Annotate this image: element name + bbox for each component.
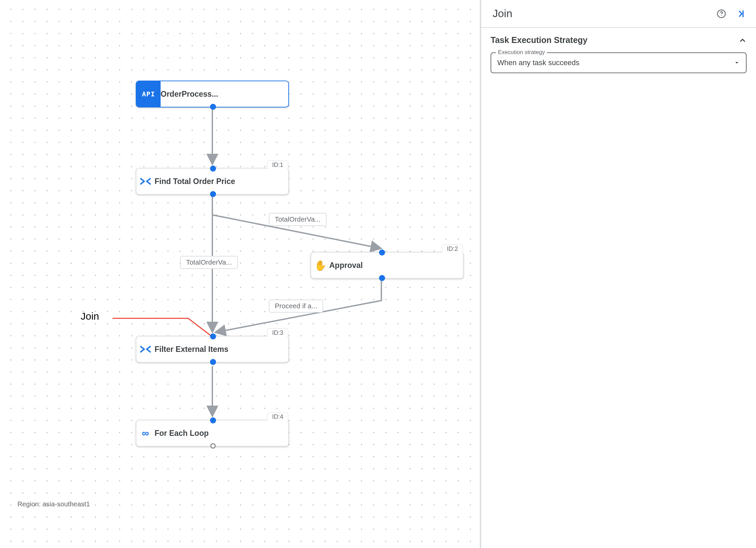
- port-out-open[interactable]: [210, 443, 216, 449]
- svg-point-1: [721, 15, 722, 16]
- node-trigger[interactable]: API OrderProcess...: [136, 81, 289, 107]
- region-label: Region: asia-southeast1: [17, 500, 90, 508]
- node-approval[interactable]: ID:2 ✋ Approval: [310, 252, 464, 279]
- port-in-join[interactable]: [210, 334, 216, 339]
- node-label: Find Total Order Price: [155, 177, 242, 186]
- node-label: OrderProcess...: [161, 90, 225, 99]
- node-label: Filter External Items: [155, 345, 235, 354]
- select-value-text: When any task succeeds: [497, 58, 580, 67]
- select-floating-label: Execution strategy: [496, 49, 547, 56]
- port-in[interactable]: [210, 166, 216, 171]
- collapse-panel-icon[interactable]: [735, 8, 747, 19]
- node-label: For Each Loop: [155, 429, 215, 438]
- execution-strategy-select[interactable]: Execution strategy When any task succeed…: [491, 52, 747, 73]
- callout-join: Join: [81, 311, 99, 322]
- node-loop[interactable]: ID:4 ∞ For Each Loop: [136, 420, 289, 447]
- node-id-chip: ID:4: [267, 412, 288, 421]
- section-toggle[interactable]: Task Execution Strategy: [491, 35, 747, 45]
- hand-icon: ✋: [311, 253, 329, 278]
- node-id-chip: ID:2: [442, 244, 463, 253]
- dropdown-caret-icon: [734, 60, 740, 66]
- panel-header: Join: [481, 0, 756, 28]
- edge-label[interactable]: Proceed if a...: [269, 300, 323, 313]
- api-badge-icon: API: [136, 81, 161, 107]
- node-id-chip: ID:1: [267, 161, 288, 169]
- panel-title: Join: [493, 7, 512, 20]
- node-filter[interactable]: ID:3 Filter External Items: [136, 336, 289, 363]
- chevron-up-icon: [739, 36, 747, 44]
- port-in[interactable]: [379, 250, 385, 255]
- port-in[interactable]: [210, 418, 216, 423]
- node-find-total[interactable]: ID:1 Find Total Order Price: [136, 168, 289, 195]
- port-out[interactable]: [379, 275, 385, 281]
- port-out[interactable]: [210, 191, 216, 197]
- properties-panel: Join Task Execution Strategy Execution s…: [480, 0, 756, 548]
- edge-label[interactable]: TotalOrderVa...: [269, 213, 327, 226]
- help-icon[interactable]: [716, 8, 727, 19]
- workflow-canvas[interactable]: API OrderProcess... ID:1 Find Total Orde…: [0, 0, 480, 548]
- port-out[interactable]: [210, 104, 216, 109]
- section-task-execution-strategy: Task Execution Strategy Execution strate…: [481, 28, 756, 81]
- node-id-chip: ID:3: [267, 328, 288, 337]
- edge-label[interactable]: TotalOrderVa...: [180, 256, 238, 269]
- section-title: Task Execution Strategy: [491, 35, 588, 45]
- data-mapping-icon: [136, 169, 155, 194]
- port-out[interactable]: [210, 359, 216, 365]
- node-label: Approval: [329, 261, 370, 270]
- loop-icon: ∞: [136, 420, 155, 446]
- data-mapping-icon: [136, 336, 155, 362]
